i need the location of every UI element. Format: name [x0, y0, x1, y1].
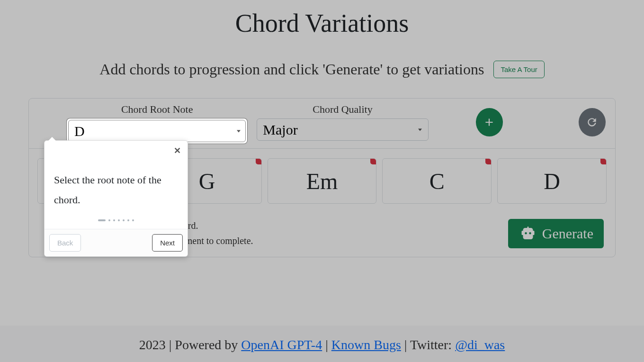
popover-text: Select the root note of the chord. — [45, 141, 188, 219]
chord-quality-select[interactable]: Major — [257, 118, 428, 141]
remove-chord-badge[interactable] — [485, 159, 491, 164]
gpt-link[interactable]: OpenAI GPT-4 — [241, 337, 322, 352]
chord-label: D — [544, 168, 560, 194]
tour-next-button[interactable]: Next — [152, 234, 183, 252]
known-bugs-link[interactable]: Known Bugs — [331, 337, 401, 352]
chord-quality-label: Chord Quality — [313, 103, 373, 116]
plus-icon — [483, 116, 495, 128]
page-title: Chord Variations — [9, 0, 635, 38]
twitter-link[interactable]: @di_was — [455, 337, 505, 352]
chord-label: Em — [306, 168, 338, 194]
remove-chord-badge[interactable] — [256, 159, 261, 164]
robot-icon — [519, 225, 537, 242]
chord-card: C — [382, 158, 492, 204]
remove-chord-badge[interactable] — [600, 159, 606, 164]
chord-card: Em — [268, 158, 377, 204]
tour-popover: ✕ Select the root note of the chord. Bac… — [44, 140, 188, 257]
remove-chord-badge[interactable] — [370, 159, 376, 164]
tour-progress-dots — [45, 219, 188, 229]
footer-year: 2023 — [139, 337, 166, 352]
chord-card: D — [497, 158, 607, 204]
root-note-select[interactable]: D — [68, 120, 246, 142]
footer-powered-label: Powered by — [175, 337, 241, 352]
add-chord-button[interactable] — [476, 108, 503, 136]
chord-label: C — [429, 168, 445, 194]
take-tour-button[interactable]: Take A Tour — [493, 61, 544, 78]
chord-label: G — [199, 168, 215, 194]
tour-back-button[interactable]: Back — [49, 234, 81, 252]
page-footer: 2023 | Powered by OpenAI GPT-4 | Known B… — [0, 326, 644, 362]
close-icon[interactable]: ✕ — [174, 145, 181, 156]
generate-button[interactable]: Generate — [508, 219, 604, 248]
page-subtitle: Add chords to progression and click 'Gen… — [99, 61, 484, 78]
refresh-icon — [586, 116, 598, 128]
root-note-label: Chord Root Note — [121, 103, 193, 116]
generate-label: Generate — [542, 226, 593, 242]
reset-button[interactable] — [579, 108, 606, 136]
footer-twitter-label: Twitter: — [410, 337, 455, 352]
